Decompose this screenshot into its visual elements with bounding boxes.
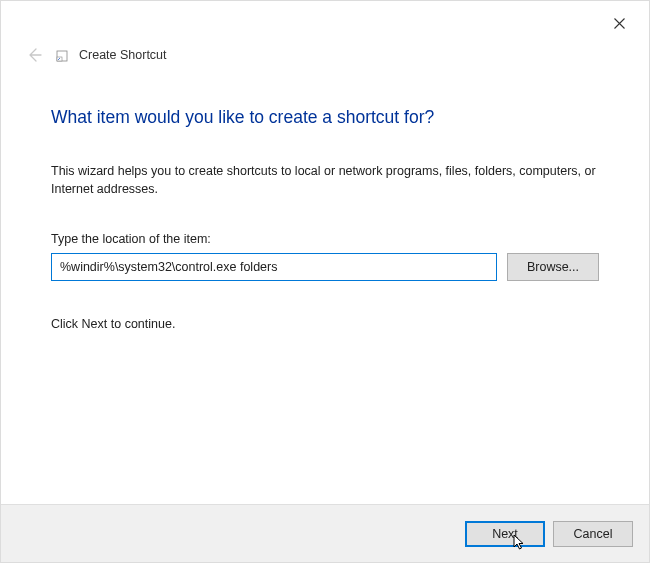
footer: Next Cancel [1, 504, 649, 562]
next-button[interactable]: Next [465, 521, 545, 547]
browse-button[interactable]: Browse... [507, 253, 599, 281]
location-input[interactable] [51, 253, 497, 281]
header-title: Create Shortcut [79, 48, 167, 62]
continue-text: Click Next to continue. [51, 317, 599, 331]
titlebar [1, 1, 649, 41]
shortcut-wizard-icon [55, 49, 69, 63]
input-row: Browse... [51, 253, 599, 281]
wizard-window: Create Shortcut What item would you like… [0, 0, 650, 563]
close-button[interactable] [603, 9, 635, 37]
cancel-button[interactable]: Cancel [553, 521, 633, 547]
back-button [23, 47, 45, 63]
content-area: What item would you like to create a sho… [1, 69, 649, 331]
description-text: This wizard helps you to create shortcut… [51, 162, 599, 198]
close-icon [614, 18, 625, 29]
location-input-label: Type the location of the item: [51, 232, 599, 246]
header-row: Create Shortcut [1, 41, 649, 69]
back-arrow-icon [26, 47, 42, 63]
page-heading: What item would you like to create a sho… [51, 107, 599, 128]
